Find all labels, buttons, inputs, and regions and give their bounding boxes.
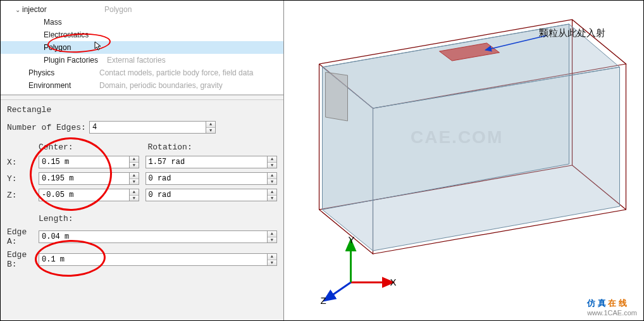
spin-up-icon[interactable]: ▲ xyxy=(268,189,276,196)
tree-desc: Polygon xyxy=(104,5,132,14)
tree-desc: Contact models, particle body force, fie… xyxy=(99,68,253,77)
annotation-label: 颗粒从此处入射 xyxy=(539,27,605,39)
tree-row-injector[interactable]: ⌄ injector Polygon xyxy=(1,3,283,16)
axis-y-label: Y xyxy=(349,234,355,245)
center-z-input[interactable]: ▲▼ xyxy=(39,189,139,201)
rot-y-field[interactable] xyxy=(146,173,268,184)
axis-x-label: X xyxy=(390,277,397,287)
length-header: Length: xyxy=(39,214,277,223)
tree-desc: External factories xyxy=(107,56,166,65)
center-y-field[interactable] xyxy=(39,173,129,184)
edge-b-input[interactable]: ▲▼ xyxy=(39,253,277,266)
spin-down-icon[interactable]: ▼ xyxy=(130,196,139,201)
tree-label: Electrostatics xyxy=(44,30,126,39)
tree-row-plugin-factories[interactable]: Plugin Factories External factories xyxy=(1,54,283,66)
x-label: X: xyxy=(7,158,39,167)
center-z-field[interactable] xyxy=(39,189,129,201)
edge-a-label: Edge A: xyxy=(7,227,39,246)
rot-z-input[interactable]: ▲▼ xyxy=(146,189,278,201)
edges-field[interactable] xyxy=(90,122,206,133)
tree-row-polygon[interactable]: Polygon xyxy=(1,41,283,54)
viewport-canvas: X Y Z xyxy=(284,1,643,320)
tree-label: Polygon xyxy=(44,43,126,52)
tree-view: ⌄ injector Polygon Mass Electrostatics P… xyxy=(1,1,283,95)
tree-desc: Domain, periodic boundaries, gravity xyxy=(99,81,223,90)
edge-b-field[interactable] xyxy=(39,254,267,265)
tree-row-environment[interactable]: Environment Domain, periodic boundaries,… xyxy=(1,79,283,92)
rot-x-field[interactable] xyxy=(146,156,268,168)
spin-up-icon[interactable]: ▲ xyxy=(268,254,276,260)
spin-down-icon[interactable]: ▼ xyxy=(268,179,276,185)
spin-up-icon[interactable]: ▲ xyxy=(206,122,215,128)
tree-label: Environment xyxy=(28,81,99,90)
panel-title: Rectangle xyxy=(7,105,277,115)
edge-a-field[interactable] xyxy=(39,231,267,242)
rotation-header: Rotation: xyxy=(148,142,278,152)
axis-z-label: Z xyxy=(321,295,326,306)
spin-down-icon[interactable]: ▼ xyxy=(130,179,139,185)
tree-label: Physics xyxy=(28,68,99,77)
spin-up-icon[interactable]: ▲ xyxy=(268,156,276,163)
tree-label: Mass xyxy=(44,18,126,27)
svg-marker-5 xyxy=(326,72,348,121)
center-y-input[interactable]: ▲▼ xyxy=(39,172,139,185)
center-x-input[interactable]: ▲▼ xyxy=(39,156,139,168)
spin-down-icon[interactable]: ▼ xyxy=(268,260,276,266)
3d-viewport[interactable]: CAE.COM xyxy=(284,1,643,320)
rot-z-field[interactable] xyxy=(146,189,268,201)
chevron-down-icon[interactable]: ⌄ xyxy=(13,6,22,13)
tree-row-electrostatics[interactable]: Electrostatics xyxy=(1,28,283,41)
tree-label: Plugin Factories xyxy=(44,56,107,65)
spin-up-icon[interactable]: ▲ xyxy=(130,173,139,179)
spin-down-icon[interactable]: ▼ xyxy=(268,237,276,243)
spin-up-icon[interactable]: ▲ xyxy=(130,189,139,196)
edge-a-input[interactable]: ▲▼ xyxy=(39,230,277,243)
spin-down-icon[interactable]: ▼ xyxy=(268,163,276,168)
z-label: Z: xyxy=(7,191,39,200)
panel-divider[interactable] xyxy=(1,95,283,100)
edges-input[interactable]: ▲▼ xyxy=(89,121,216,134)
rot-x-input[interactable]: ▲▼ xyxy=(146,156,278,168)
edge-b-label: Edge B: xyxy=(7,250,39,269)
spin-up-icon[interactable]: ▲ xyxy=(268,231,276,237)
y-label: Y: xyxy=(7,174,39,184)
spin-down-icon[interactable]: ▼ xyxy=(130,163,139,168)
tree-row-mass[interactable]: Mass xyxy=(1,16,283,28)
properties-panel: Rectangle Number of Edges: ▲▼ Center: X:… xyxy=(1,100,283,320)
watermark-logo: 仿 真 在 线 www.1CAE.com xyxy=(587,298,637,317)
center-header: Center: xyxy=(39,142,139,152)
spin-up-icon[interactable]: ▲ xyxy=(130,156,139,163)
tree-row-physics[interactable]: Physics Contact models, particle body fo… xyxy=(1,66,283,79)
spin-down-icon[interactable]: ▼ xyxy=(206,128,215,134)
spin-up-icon[interactable]: ▲ xyxy=(268,173,276,179)
spin-down-icon[interactable]: ▼ xyxy=(268,196,276,201)
svg-line-9 xyxy=(331,282,351,296)
rot-y-input[interactable]: ▲▼ xyxy=(146,172,278,185)
tree-label: injector xyxy=(22,5,104,14)
edges-label: Number of Edges: xyxy=(7,123,89,132)
center-x-field[interactable] xyxy=(39,156,129,168)
